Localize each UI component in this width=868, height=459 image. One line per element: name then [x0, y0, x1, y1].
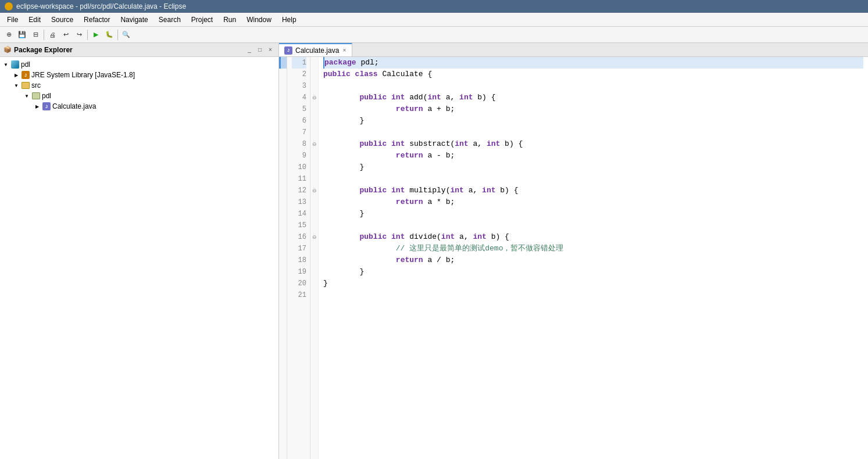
line-num-7: 7 — [292, 127, 306, 138]
tree-item-src[interactable]: ▼ src — [0, 80, 278, 91]
line-num-12: 12 — [292, 185, 306, 196]
code-line-20: } — [323, 278, 863, 289]
tree-arrow-src[interactable]: ▼ — [13, 82, 20, 89]
tree-item-calculate-java[interactable]: ▶ J Calculate.java — [0, 101, 278, 112]
toolbar-save-all-btn[interactable]: ⊟ — [29, 28, 42, 41]
fold-13 — [310, 196, 318, 208]
toolbar-undo-btn[interactable]: ↩ — [59, 28, 72, 41]
fold-14 — [310, 208, 318, 220]
fold-20 — [310, 278, 318, 289]
code-editor[interactable]: package pdl; public class Calculate { pu… — [319, 57, 868, 459]
menu-item-refactor[interactable]: Refactor — [79, 15, 115, 25]
menu-item-window[interactable]: Window — [242, 15, 276, 25]
tree-arrow-pdl[interactable]: ▼ — [2, 61, 9, 68]
menu-item-source[interactable]: Source — [47, 15, 78, 25]
tree-arrow-pdl-pkg[interactable]: ▼ — [23, 92, 30, 99]
toolbar: ⊕ 💾 ⊟ 🖨 ↩ ↪ ▶ 🐛 🔍 — [0, 27, 868, 43]
toolbar-sep-2 — [87, 30, 88, 40]
toolbar-search-btn[interactable]: 🔍 — [120, 28, 133, 41]
code-line-12: public int multiply(int a, int b) { — [323, 185, 863, 196]
menu-item-file[interactable]: File — [2, 15, 23, 25]
tree-item-jre[interactable]: ▶ J JRE System Library [JavaSE-1.8] — [0, 70, 278, 80]
bp-line-14 — [279, 208, 287, 220]
tab-close-btn[interactable]: × — [341, 47, 347, 53]
fold-18 — [310, 254, 318, 266]
bp-line-9 — [279, 150, 287, 162]
fold-6 — [310, 115, 318, 127]
tree-arrow-calculate[interactable]: ▶ — [34, 103, 41, 110]
line-num-15: 15 — [292, 220, 306, 231]
src-folder-icon — [21, 81, 30, 90]
menu-item-search[interactable]: Search — [154, 15, 185, 25]
fold-8[interactable]: ⊖ — [310, 138, 318, 150]
code-line-1: package pdl; — [323, 57, 863, 69]
tree-arrow-jre[interactable]: ▶ — [13, 71, 20, 78]
code-line-3 — [323, 80, 863, 92]
fold-10 — [310, 162, 318, 173]
title-bar: eclipse-workspace - pdl/src/pdl/Calculat… — [0, 0, 868, 13]
code-line-9: return a - b; — [323, 150, 863, 162]
line-num-8: 8 — [292, 138, 306, 150]
menu-item-navigate[interactable]: Navigate — [116, 15, 152, 25]
code-line-11 — [323, 173, 863, 185]
bp-line-17 — [279, 243, 287, 254]
tree-item-pdl-project[interactable]: ▼ pdl — [0, 59, 278, 70]
bp-line-3 — [279, 80, 287, 92]
package-icon — [31, 91, 41, 101]
code-line-8: public int substract(int a, int b) { — [323, 138, 863, 150]
panel-title: 📦 Package Explorer — [3, 46, 73, 54]
bp-line-11 — [279, 173, 287, 185]
line-num-11: 11 — [292, 173, 306, 185]
code-line-18: return a / b; — [323, 254, 863, 266]
editor-content[interactable]: 1 2 3 4 5 6 7 8 9 10 11 12 13 14 15 16 1… — [279, 57, 868, 459]
fold-4[interactable]: ⊖ — [310, 92, 318, 103]
fold-16[interactable]: ⊖ — [310, 231, 318, 243]
fold-12[interactable]: ⊖ — [310, 185, 318, 196]
toolbar-run-btn[interactable]: ▶ — [90, 28, 102, 41]
bp-line-15 — [279, 220, 287, 231]
code-line-19: } — [323, 266, 863, 278]
code-line-14: } — [323, 208, 863, 220]
menu-item-edit[interactable]: Edit — [24, 15, 45, 25]
line-num-5: 5 — [292, 103, 306, 115]
panel-minimize-btn[interactable]: _ — [245, 45, 254, 55]
tab-java-icon: J — [284, 46, 293, 55]
bp-line-19 — [279, 266, 287, 278]
java-file-icon: J — [42, 102, 51, 111]
toolbar-save-btn[interactable]: 💾 — [16, 28, 28, 41]
code-line-13: return a * b; — [323, 196, 863, 208]
bp-line-6 — [279, 115, 287, 127]
code-line-15 — [323, 220, 863, 231]
menu-item-help[interactable]: Help — [277, 15, 301, 25]
bp-line-4 — [279, 92, 287, 103]
eclipse-icon — [5, 2, 13, 10]
tree-label-src: src — [31, 81, 41, 89]
bp-line-2 — [279, 69, 287, 80]
toolbar-new-btn[interactable]: ⊕ — [2, 28, 15, 41]
toolbar-redo-btn[interactable]: ↪ — [73, 28, 85, 41]
editor-tab-calculate[interactable]: J Calculate.java × — [279, 43, 352, 56]
panel-maximize-btn[interactable]: □ — [255, 45, 265, 55]
fold-2 — [310, 69, 318, 80]
panel-close-btn[interactable]: × — [266, 45, 275, 55]
tree-label-jre: JRE System Library [JavaSE-1.8] — [31, 71, 135, 79]
tree-item-pdl-package[interactable]: ▼ pdl — [0, 91, 278, 101]
bp-line-7 — [279, 127, 287, 138]
fold-15 — [310, 220, 318, 231]
code-line-2: public class Calculate { — [323, 69, 863, 80]
code-line-5: return a + b; — [323, 103, 863, 115]
menu-item-project[interactable]: Project — [187, 15, 217, 25]
editor-area: J Calculate.java × — [279, 43, 868, 459]
fold-21 — [310, 289, 318, 301]
tree-label-pdl-package: pdl — [42, 92, 51, 100]
fold-gutter: ⊖ ⊖ ⊖ ⊖ — [310, 57, 319, 459]
toolbar-sep-3 — [117, 30, 118, 40]
bp-line-12 — [279, 185, 287, 196]
fold-17 — [310, 243, 318, 254]
toolbar-print-btn[interactable]: 🖨 — [46, 28, 59, 41]
bp-line-8 — [279, 138, 287, 150]
toolbar-debug-btn[interactable]: 🐛 — [103, 28, 116, 41]
line-num-17: 17 — [292, 243, 306, 254]
menu-item-run[interactable]: Run — [219, 15, 241, 25]
code-line-21 — [323, 289, 863, 301]
